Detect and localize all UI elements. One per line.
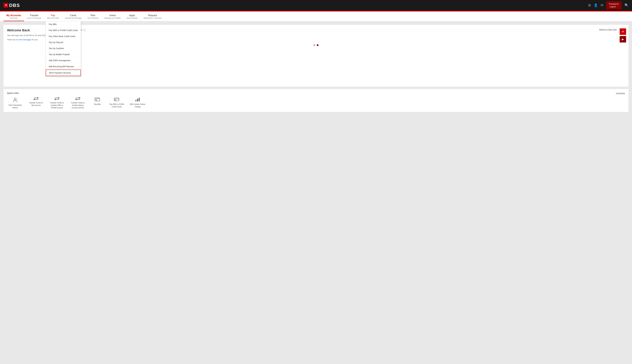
top-header: ✕ DBS ⊞ 👤 ✉ Proceed toLogout → 🔍 [0,0,632,10]
quick-links-title: Quick Links [7,92,19,94]
pay-bills-icon [94,97,100,102]
quick-links-row: View Transaction History Transfer Funds … [7,97,625,109]
nav-sub-my-accounts: Summary [6,17,21,19]
messages-link[interactable]: no new messages [16,38,31,41]
play-action-button[interactable]: ▶ [620,36,626,42]
transfer-icon-2 [54,97,60,100]
dropdown-more-payment[interactable]: More Payment Services [46,70,81,76]
nav-sub-invest: Manage your Wealth [104,17,121,19]
nav-item-pay[interactable]: Pay Bills and Cards [44,12,62,21]
dropdown-add-giro[interactable]: Add GIRO Arrangement [46,58,81,64]
header-right: ⊞ 👤 ✉ Proceed toLogout → 🔍 [588,1,628,10]
carousel-dots [7,44,625,48]
nav-sub-apply: New Products [127,17,138,19]
nav-sub-cards: Activate and Manage [65,17,82,19]
dropdown-pay-other-bank[interactable]: Pay Other Bank Credit Cards [46,34,81,40]
person-icon-ql [12,97,18,102]
ql-label-view-txn: View Transaction History [7,104,23,109]
info-icon[interactable]: i [83,29,86,31]
ql-label-transfer-my: Transfer Funds to My Account [28,102,44,107]
quick-link-view-txn[interactable]: View Transaction History [7,97,23,109]
mail-action-button[interactable]: ✉ [620,28,626,35]
dropdown-top-up-paylah[interactable]: Top Up PayLah! [46,40,81,46]
ql-label-dbs-vickers: DBS Vickers Online Trading [130,103,146,108]
nav-main-transfer: Transfer [30,14,38,16]
quick-link-transfer-fast[interactable]: Transfer Funds to Another Bank's Account… [70,97,86,109]
content-card: Welcome Back Your last login was 10:28 P… [4,25,628,86]
ql-label-pay-dbs-posb: Pay DBS or POSB Credit Cards [108,103,125,108]
transfer-icon-3 [75,97,80,100]
dot-2[interactable] [317,44,318,46]
svg-rect-7 [95,98,100,101]
messages-suffix: for you. [32,38,38,41]
nav-main-my-accounts: My Accounts [6,14,21,16]
dropdown-add-recurring[interactable]: Add Recurring Bill Payment [46,64,81,70]
nav-main-invest: Invest [110,14,116,16]
dropdown-top-up-mobile[interactable]: Top Up Mobile Prepaid [46,52,81,58]
nav-item-transfer[interactable]: Transfer Local or Overseas [24,12,44,21]
grid-icon[interactable]: ⊞ [588,4,591,7]
nav-item-plan[interactable]: Plan Your Finances [84,12,102,21]
logo: ✕ DBS [4,3,20,8]
svg-rect-13 [115,100,116,100]
chart-icon [135,97,140,102]
nav-sub-pay: Bills and Cards [47,17,59,19]
messages-prefix: There are [7,38,15,41]
nav-main-cards: Cards [70,14,76,16]
right-action-buttons: ✉ ▶ [620,28,626,42]
quick-links-header: Quick Links Customise [7,92,625,94]
svg-rect-14 [136,100,136,101]
svg-point-0 [14,98,16,100]
person-icon[interactable]: 👤 [594,4,598,7]
transfer-icon-1 [34,97,39,100]
nav-main-plan: Plan [90,14,95,16]
dot-1[interactable] [314,44,315,46]
dbs-logo-text: DBS [9,3,20,8]
pay-dropdown: Pay Bills Pay DBS or POSB Credit Cards P… [46,21,81,76]
quick-links-card: Quick Links Customise View Transaction H… [4,89,628,112]
switch-chart-link[interactable]: Switch to Chart View [599,28,617,30]
nav-sub-plan: Your Finances [88,17,98,19]
quick-link-transfer-dbs-posb[interactable]: Transfer Funds to Another DBS or POSB Ac… [49,97,65,109]
nav-item-my-accounts[interactable]: My Accounts Summary [4,12,24,21]
quick-link-dbs-vickers[interactable]: DBS Vickers Online Trading [130,97,146,108]
customise-link[interactable]: Customise [616,92,625,94]
svg-rect-11 [114,98,119,101]
nav-main-pay: Pay [51,14,55,16]
credit-card-icon [114,97,119,102]
logout-button[interactable]: Proceed toLogout → [606,1,622,10]
quick-link-pay-dbs-posb-cc[interactable]: Pay DBS or POSB Credit Cards [108,97,125,108]
nav-item-invest[interactable]: Invest Manage your Wealth [102,12,124,21]
quick-link-pay-bills[interactable]: Pay Bills [90,97,104,106]
search-icon[interactable]: 🔍 [624,4,628,7]
ql-label-pay-bills: Pay Bills [94,103,101,106]
dbs-logo-icon: ✕ [4,3,8,8]
dropdown-pay-dbs-posb[interactable]: Pay DBS or POSB Credit Cards [46,27,81,34]
quick-link-transfer-my-account[interactable]: Transfer Funds to My Account [28,97,44,107]
svg-rect-15 [137,99,138,101]
nav-sub-request: Statements or Services [144,17,162,19]
nav-item-cards[interactable]: Cards Activate and Manage [62,12,84,21]
nav-main-apply: Apply [129,14,135,16]
svg-rect-16 [139,98,140,101]
dropdown-pay-bills[interactable]: Pay Bills [46,21,81,27]
nav-item-apply[interactable]: Apply New Products [124,12,141,21]
nav-sub-transfer: Local or Overseas [27,17,41,19]
nav-main-request: Request [148,14,157,16]
main-content: Welcome Back Your last login was 10:28 P… [0,21,632,116]
mail-icon[interactable]: ✉ [601,4,603,7]
dropdown-top-up-cashline[interactable]: Top Up Cashline [46,46,81,52]
ql-label-transfer-fast: Transfer Funds to Another Bank's Account… [70,102,86,109]
nav-bar: My Accounts Summary Transfer Local or Ov… [0,12,632,21]
nav-item-request[interactable]: Request Statements or Services [140,12,164,21]
ql-label-transfer-dbs-posb: Transfer Funds to Another DBS or POSB Ac… [49,102,65,109]
